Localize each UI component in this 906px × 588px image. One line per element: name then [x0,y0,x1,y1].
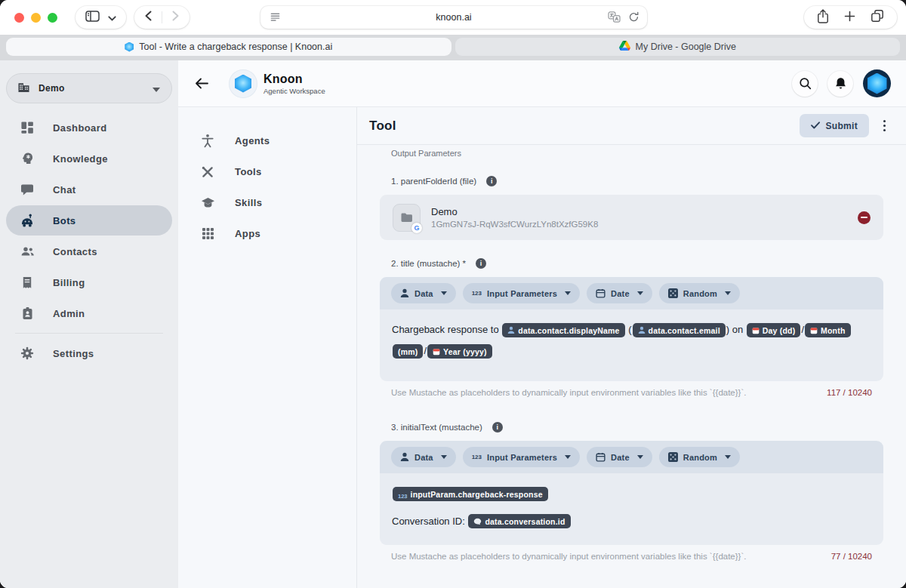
forward-icon[interactable] [172,11,179,24]
browser-window: knoon.ai Tool - Write a chargeback respo… [0,0,906,588]
apps-grid-icon [200,227,215,240]
workspace-switcher[interactable]: Demo [6,73,172,103]
admin-badge-icon [20,306,35,320]
sidebar-item-admin[interactable]: Admin [6,298,172,328]
tab-bar: Tool - Write a chargeback response | Kno… [0,35,906,60]
url-text[interactable]: knoon.ai [260,6,647,29]
tools-icon [200,165,215,179]
page-title: Tool [369,119,396,134]
variable-chip-conversation-id[interactable]: data.conversation.id [468,514,570,528]
brand-tagline: Agentic Workspace [263,87,325,95]
variable-chip-email[interactable]: data.contact.email [633,323,726,337]
tab-overview-icon[interactable] [871,9,884,26]
variable-chip-input-param[interactable]: 123inputParam.chargeback-response [393,487,548,501]
date-dropdown[interactable]: Date [587,283,652,303]
sidebar-item-bots[interactable]: Bots [6,205,172,236]
sidebar-item-contacts[interactable]: Contacts [6,236,172,266]
zoom-window-button[interactable] [48,13,57,23]
address-bar[interactable]: knoon.ai [260,6,647,29]
content-header: Tool Submit [357,107,906,145]
avatar[interactable] [863,69,891,97]
tab-title: Tool - Write a chargeback response | Kno… [139,42,332,52]
title-template-input[interactable]: Chargeback response to data.contact.disp… [380,309,883,381]
field1-label: 1. parentFolderId (file) [391,177,476,186]
google-badge: G [411,223,422,233]
browser-actions [804,6,897,29]
sidebar-item-chat[interactable]: Chat [6,174,172,205]
input-parameters-dropdown[interactable]: 123Input Parameters [463,447,580,467]
minimize-window-button[interactable] [31,13,41,23]
app-header: Knoon Agentic Workspace [178,60,906,107]
field3-label: 3. initialText (mustache) [391,423,482,432]
google-drive-folder-icon: G [393,204,421,232]
workspace-name: Demo [39,83,65,94]
translate-icon[interactable] [608,11,621,26]
editor-toolbar: Data 123Input Parameters Date Random [380,441,883,473]
knoon-favicon [125,42,134,52]
close-window-button[interactable] [14,13,24,23]
robot-icon [20,214,35,227]
tab-knoon[interactable]: Tool - Write a chargeback response | Kno… [6,38,451,56]
tool-form: Output Parameters 1. parentFolderId (fil… [357,145,906,588]
variable-chip-year[interactable]: Year (yyyy) [427,344,492,359]
variable-chip-display-name[interactable]: data.contact.displayName [502,323,624,337]
reload-icon[interactable] [628,11,639,26]
browser-toolbar: knoon.ai [0,0,906,35]
sidebar-item-billing[interactable]: Billing [6,267,172,297]
variable-chip-day[interactable]: Day (dd) [747,323,801,337]
info-icon[interactable]: i [476,258,486,269]
sidebar-item-settings[interactable]: Settings [6,338,172,368]
data-dropdown[interactable]: Data [391,447,456,467]
brand-name: Knoon [263,72,325,86]
initial-text-template-input[interactable]: 123inputParam.chargeback-response Conver… [380,473,883,545]
notifications-button[interactable] [827,71,853,97]
chevron-down-icon [153,82,160,95]
subnav-item-skills[interactable]: Skills [178,187,356,218]
chat-icon [20,183,35,196]
sidebar-item-dashboard[interactable]: Dashboard [6,112,172,143]
char-count: 117 / 10240 [827,388,872,397]
back-button[interactable] [190,72,214,96]
browser-sidebar-toggle[interactable] [76,6,126,29]
chevron-down-icon [108,11,116,24]
back-icon[interactable] [145,11,152,24]
sidebar-toggle-icon [85,11,100,25]
info-icon[interactable]: i [492,422,503,433]
skills-graduation-icon [200,197,215,209]
organization-icon [17,82,30,96]
mustache-hint: Use Mustache as placeholders to dynamica… [391,388,746,397]
more-options-button[interactable] [876,115,892,137]
tab-title: My Drive - Google Drive [636,42,736,52]
remove-file-button[interactable] [858,211,871,224]
section-label: Output Parameters [391,149,883,158]
file-name: Demo [431,206,598,217]
subnav-item-agents[interactable]: Agents [178,125,356,156]
mustache-hint: Use Mustache as placeholders to dynamica… [391,552,746,561]
tab-google-drive[interactable]: My Drive - Google Drive [455,38,901,56]
nav-divider [162,11,162,23]
knowledge-icon [20,152,35,165]
random-dropdown[interactable]: Random [659,447,740,467]
file-id: 1GmGN7sJ-RqW3sfCWurzLYn8tXzfG59K8 [431,220,598,229]
subnav-item-tools[interactable]: Tools [178,156,356,187]
submit-button[interactable]: Submit [800,114,869,137]
input-parameters-dropdown[interactable]: 123Input Parameters [463,283,580,303]
new-tab-icon[interactable] [844,11,855,25]
knoon-logo [229,69,257,98]
subnav-item-apps[interactable]: Apps [178,218,356,249]
data-dropdown[interactable]: Data [391,283,456,303]
agents-icon [200,134,215,148]
window-controls [14,13,57,23]
date-dropdown[interactable]: Date [587,447,652,467]
initial-text-mustache-editor: Data 123Input Parameters Date Random 123… [380,441,883,545]
field2-label: 2. title (mustache) * [391,259,466,268]
search-button[interactable] [792,71,818,97]
share-icon[interactable] [817,9,829,26]
random-dropdown[interactable]: Random [659,283,740,303]
sidebar-item-knowledge[interactable]: Knowledge [6,143,172,174]
dashboard-icon [20,121,35,134]
history-nav [134,6,190,29]
info-icon[interactable]: i [486,176,497,186]
contacts-icon [20,245,35,257]
char-count: 77 / 10240 [831,552,872,561]
